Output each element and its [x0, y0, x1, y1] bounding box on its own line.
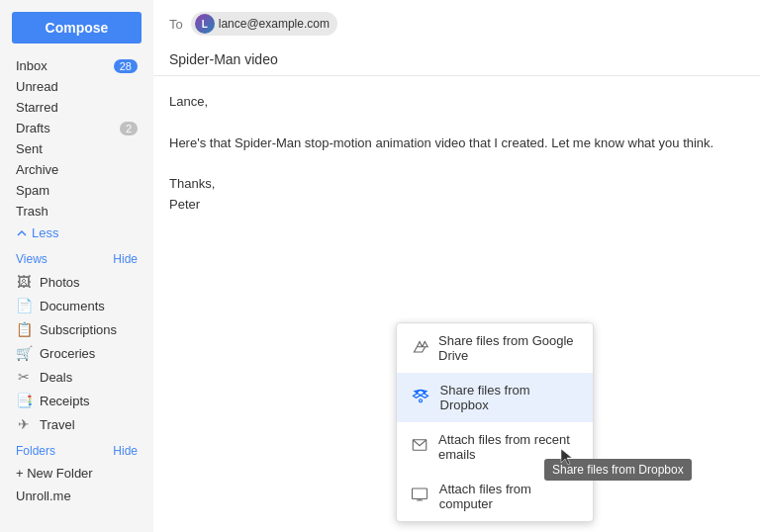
sidebar-item-groceries[interactable]: 🛒 Groceries: [0, 341, 153, 365]
to-row: To L lance@example.com: [169, 12, 744, 36]
documents-icon: 📄: [16, 298, 32, 313]
sidebar-item-trash[interactable]: Trash: [0, 201, 153, 222]
body-greeting: Lance,: [169, 92, 744, 113]
sidebar-item-receipts[interactable]: 📑 Receipts: [0, 389, 153, 412]
sidebar-item-new-folder[interactable]: + New Folder: [0, 462, 153, 485]
dropdown-item-google-drive[interactable]: Share files from Google Drive: [397, 323, 593, 373]
email-body: Lance, Here's that Spider-Man stop-motio…: [153, 76, 760, 231]
chevron-up-icon: [16, 227, 28, 239]
subject-row: Spider-Man video: [169, 44, 744, 67]
photos-icon: 🖼: [16, 274, 32, 290]
dropdown-dropbox-label: Share files from Dropbox: [440, 383, 579, 412]
to-label: To: [169, 17, 183, 32]
sidebar-item-subscriptions[interactable]: 📋 Subscriptions: [0, 317, 153, 341]
sidebar-item-unrollme[interactable]: Unroll.me: [0, 485, 153, 507]
sidebar-item-unread[interactable]: Unread: [0, 76, 153, 97]
subscriptions-icon: 📋: [16, 321, 32, 337]
views-hide-button[interactable]: Hide: [113, 252, 138, 266]
email-header: To L lance@example.com Spider-Man video: [153, 0, 760, 76]
views-section-header: Views Hide: [0, 244, 153, 270]
sidebar-item-drafts[interactable]: Drafts 2: [0, 118, 153, 138]
email-compose-area: To L lance@example.com Spider-Man video …: [153, 0, 760, 532]
dropdown-item-dropbox[interactable]: Share files from Dropbox: [397, 373, 593, 422]
dropdown-recent-emails-label: Attach files from recent emails: [438, 432, 579, 462]
email-subject: Spider-Man video: [169, 51, 278, 67]
recipient-email: lance@example.com: [219, 17, 330, 31]
sidebar-item-deals[interactable]: ✂ Deals: [0, 365, 153, 389]
sidebar-item-archive[interactable]: Archive: [0, 159, 153, 180]
sidebar: Compose Inbox 28 Unread Starred Drafts 2…: [0, 0, 153, 532]
svg-rect-2: [413, 488, 428, 499]
sidebar-item-inbox[interactable]: Inbox 28: [0, 55, 153, 76]
body-content: Here's that Spider-Man stop-motion anima…: [169, 133, 744, 154]
sidebar-item-starred[interactable]: Starred: [0, 97, 153, 118]
google-drive-icon: [411, 337, 428, 359]
folders-section-header: Folders Hide: [0, 436, 153, 462]
deals-icon: ✂: [16, 369, 32, 385]
travel-icon: ✈: [16, 416, 32, 432]
dropdown-google-drive-label: Share files from Google Drive: [438, 333, 579, 363]
receipts-icon: 📑: [16, 393, 32, 408]
recipient-chip[interactable]: L lance@example.com: [191, 12, 337, 36]
less-button[interactable]: Less: [0, 222, 153, 244]
folders-hide-button[interactable]: Hide: [113, 444, 138, 458]
attachment-dropdown: Share files from Google Drive Share file…: [396, 322, 594, 522]
body-signature: Peter: [169, 195, 744, 216]
sidebar-item-travel[interactable]: ✈ Travel: [0, 412, 153, 436]
computer-icon: [411, 486, 429, 507]
sidebar-item-sent[interactable]: Sent: [0, 138, 153, 159]
recipient-avatar: L: [195, 14, 215, 34]
recent-emails-icon: [411, 436, 428, 458]
sidebar-item-spam[interactable]: Spam: [0, 180, 153, 201]
tooltip: Share files from Dropbox: [544, 459, 692, 481]
svg-point-0: [419, 399, 422, 402]
groceries-icon: 🛒: [16, 345, 32, 361]
dropbox-icon: [411, 387, 430, 408]
sidebar-item-documents[interactable]: 📄 Documents: [0, 294, 153, 317]
dropdown-computer-label: Attach files from computer: [439, 482, 579, 511]
body-thanks: Thanks,: [169, 174, 744, 195]
compose-button[interactable]: Compose: [12, 12, 142, 44]
sidebar-item-photos[interactable]: 🖼 Photos: [0, 270, 153, 294]
